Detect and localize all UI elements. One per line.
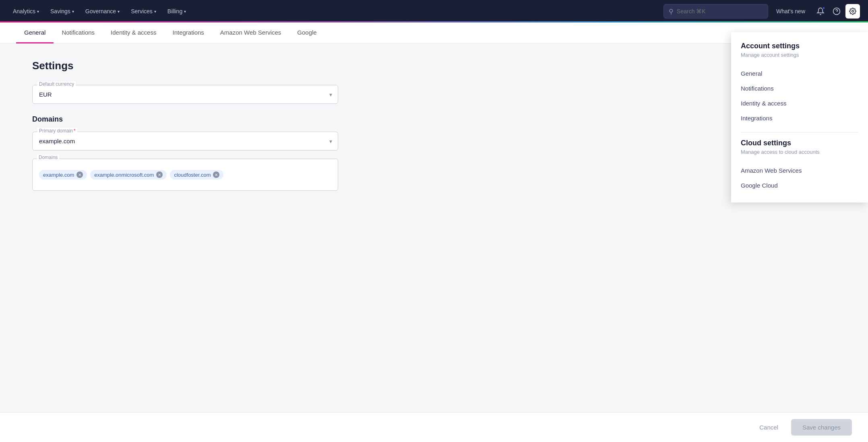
domains-box[interactable]: Domains example.com ✕ example.onmicrosof… — [32, 159, 338, 191]
currency-select[interactable]: EUR USD GBP — [33, 85, 338, 103]
nav-actions — [813, 4, 860, 19]
domain-tag-2: example.onmicrosoft.com ✕ — [90, 170, 167, 180]
account-settings-subtitle: Manage account settings — [741, 52, 858, 58]
nav-item-analytics[interactable]: Analytics ▾ — [8, 5, 44, 18]
dropdown-item-google-cloud[interactable]: Google Cloud — [741, 178, 858, 193]
domain-tag-1: example.com ✕ — [39, 170, 87, 180]
save-changes-button[interactable]: Save changes — [791, 419, 852, 436]
tab-notifications[interactable]: Notifications — [54, 23, 103, 43]
primary-domain-select[interactable]: example.com — [33, 132, 338, 150]
domain-tag-3-remove[interactable]: ✕ — [213, 171, 219, 178]
primary-domain-wrapper: Primary domain* example.com ▾ — [32, 132, 338, 151]
svg-point-2 — [852, 10, 854, 12]
currency-field-group: Default currency EUR USD GBP ▾ — [32, 85, 451, 104]
domains-tags-wrapper: Domains example.com ✕ example.onmicrosof… — [32, 159, 338, 191]
domain-tag-3-value: cloudfoster.com — [174, 172, 211, 178]
chevron-icon: ▾ — [72, 9, 74, 14]
tab-general[interactable]: General — [16, 23, 54, 43]
dropdown-divider — [741, 132, 858, 132]
gear-icon — [849, 8, 856, 15]
dropdown-item-notifications[interactable]: Notifications — [741, 81, 858, 96]
currency-wrapper: Default currency EUR USD GBP ▾ — [32, 85, 338, 104]
search-icon: ⚲ — [669, 8, 674, 15]
tab-integrations[interactable]: Integrations — [164, 23, 212, 43]
notifications-button[interactable] — [813, 4, 828, 19]
currency-label: Default currency — [37, 81, 76, 87]
domains-field-label: Domains — [37, 155, 59, 160]
help-icon — [833, 7, 841, 15]
nav-item-services[interactable]: Services ▾ — [126, 5, 161, 18]
tab-aws[interactable]: Amazon Web Services — [212, 23, 289, 43]
required-marker: * — [74, 128, 76, 134]
domain-tag-2-remove[interactable]: ✕ — [156, 171, 163, 178]
account-settings-title: Account settings — [741, 42, 858, 50]
nav-item-governance[interactable]: Governance ▾ — [81, 5, 124, 18]
dropdown-item-aws[interactable]: Amazon Web Services — [741, 163, 858, 178]
cloud-settings-subtitle: Manage access to cloud accounts — [741, 149, 858, 155]
tab-google[interactable]: Google — [289, 23, 324, 43]
domain-tag-1-remove[interactable]: ✕ — [76, 171, 83, 178]
chevron-icon: ▾ — [118, 9, 120, 14]
nav-item-billing[interactable]: Billing ▾ — [163, 5, 191, 18]
domain-tag-1-value: example.com — [43, 172, 74, 178]
top-nav: Analytics ▾ Savings ▾ Governance ▾ Servi… — [0, 0, 868, 23]
currency-select-wrapper[interactable]: Default currency EUR USD GBP ▾ — [32, 85, 338, 104]
chevron-icon: ▾ — [37, 9, 39, 14]
cloud-settings-title: Cloud settings — [741, 139, 858, 147]
nav-item-savings[interactable]: Savings ▾ — [45, 5, 79, 18]
domains-title: Domains — [32, 115, 451, 124]
chevron-icon: ▾ — [154, 9, 156, 14]
tab-identity-access[interactable]: Identity & access — [103, 23, 164, 43]
chevron-icon: ▾ — [184, 9, 186, 14]
dropdown-item-identity-access[interactable]: Identity & access — [741, 96, 858, 111]
main-content: Settings Default currency EUR USD GBP ▾ … — [0, 43, 483, 218]
notification-badge — [822, 6, 825, 10]
search-bar: ⚲ — [663, 4, 768, 19]
dropdown-item-integrations[interactable]: Integrations — [741, 111, 858, 126]
primary-domain-label: Primary domain* — [37, 128, 77, 134]
account-dropdown-panel: Account settings Manage account settings… — [731, 32, 868, 202]
footer-bar: Cancel Save changes — [0, 412, 868, 442]
domains-section: Domains Primary domain* example.com ▾ Do… — [32, 115, 451, 191]
settings-button[interactable] — [845, 4, 860, 19]
dropdown-item-general[interactable]: General — [741, 66, 858, 81]
whats-new-link[interactable]: What's new — [770, 5, 812, 18]
page-title: Settings — [32, 60, 451, 72]
help-button[interactable] — [829, 4, 844, 19]
domain-tag-2-value: example.onmicrosoft.com — [94, 172, 154, 178]
primary-domain-select-wrapper[interactable]: Primary domain* example.com ▾ — [32, 132, 338, 151]
cloud-settings-section: Cloud settings Manage access to cloud ac… — [741, 139, 858, 193]
cancel-button[interactable]: Cancel — [751, 420, 786, 435]
search-input[interactable] — [677, 8, 763, 14]
domain-tag-3: cloudfoster.com ✕ — [170, 170, 223, 180]
